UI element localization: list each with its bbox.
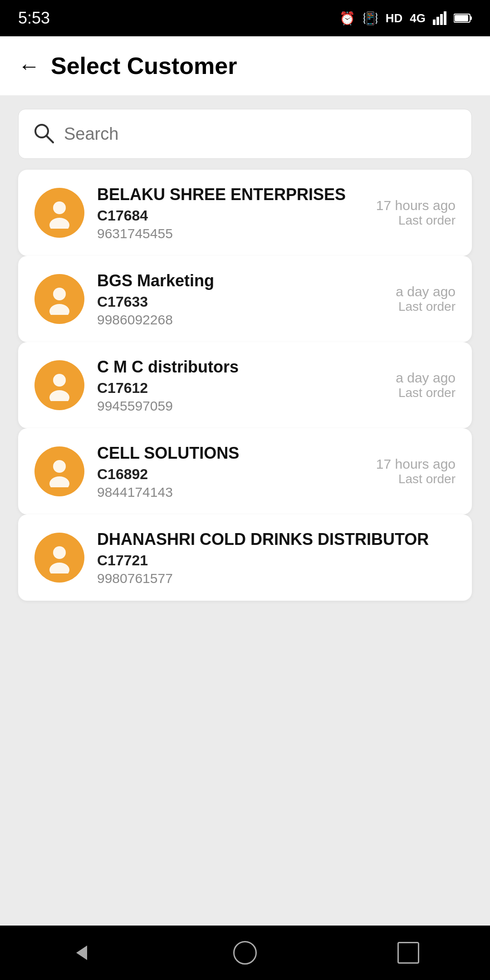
customer-card[interactable]: BGS Marketing C17633 9986092268 a day ag… [18,256,472,342]
svg-point-17 [53,546,66,559]
vibrate-icon: 📳 [363,11,378,26]
customer-phone: 9844174143 [97,485,363,500]
customer-card[interactable]: DHANASHRI COLD DRINKS DISTRIBUTOR C17721… [18,514,472,601]
svg-rect-3 [444,11,446,25]
last-order-time: a day ago [396,370,456,386]
customer-id: C17612 [97,380,383,397]
customer-phone: 9631745455 [97,226,363,241]
svg-rect-6 [455,15,468,21]
customer-phone: 9945597059 [97,398,383,414]
avatar [34,360,84,410]
customer-phone: 9980761577 [97,571,456,586]
status-bar: 5:53 ⏰ 📳 HD 4G [0,0,490,36]
nav-recents-button[interactable] [386,937,431,969]
customer-id: C16892 [97,466,363,483]
svg-point-16 [49,476,69,487]
customer-info: DHANASHRI COLD DRINKS DISTRIBUTOR C17721… [97,529,456,586]
last-order-info: 17 hours ago Last order [376,456,456,486]
customer-name: DHANASHRI COLD DRINKS DISTRIBUTOR [97,529,456,549]
nav-recents-icon [397,942,419,964]
customer-id: C17721 [97,552,456,569]
customer-name: BELAKU SHREE ENTERPRISES [97,184,363,205]
content-area: BELAKU SHREE ENTERPRISES C17684 96317454… [0,95,490,926]
customer-id: C17633 [97,294,383,310]
customer-name: CELL SOLUTIONS [97,443,363,463]
svg-point-9 [53,201,66,214]
svg-point-12 [49,304,69,315]
search-input[interactable] [64,124,458,144]
bottom-nav [0,926,490,980]
svg-rect-5 [470,16,472,20]
svg-line-8 [46,136,53,142]
customer-info: BELAKU SHREE ENTERPRISES C17684 96317454… [97,184,363,241]
search-container[interactable] [18,109,472,159]
svg-rect-0 [433,20,436,25]
last-order-label: Last order [398,472,456,486]
nav-home-icon [233,941,257,965]
svg-point-11 [53,288,66,300]
customer-name: BGS Marketing [97,270,383,291]
status-time: 5:53 [18,9,50,28]
svg-rect-2 [440,14,443,25]
last-order-info: a day ago Last order [396,370,456,400]
back-button[interactable]: ← [18,54,40,78]
svg-rect-1 [436,17,439,25]
back-arrow-icon: ← [18,54,40,78]
last-order-label: Last order [398,213,456,228]
last-order-label: Last order [398,299,456,314]
person-icon [44,283,75,315]
status-icons: ⏰ 📳 HD 4G [339,11,472,26]
nav-home-button[interactable] [222,937,268,969]
svg-point-15 [53,460,66,473]
avatar [34,274,84,324]
customer-id: C17684 [97,207,363,224]
person-icon [44,542,75,573]
svg-marker-19 [76,946,87,960]
customer-info: CELL SOLUTIONS C16892 9844174143 [97,443,363,500]
last-order-time: a day ago [396,284,456,299]
avatar [34,533,84,583]
last-order-label: Last order [398,386,456,400]
last-order-time: 17 hours ago [376,198,456,213]
nav-back-icon [72,943,92,963]
alarm-icon: ⏰ [339,11,355,26]
person-icon [44,197,75,229]
network-label: 4G [410,11,426,25]
last-order-time: 17 hours ago [376,456,456,472]
header: ← Select Customer [0,36,490,95]
nav-back-button[interactable] [59,937,104,969]
avatar [34,188,84,238]
customer-info: C M C distributors C17612 9945597059 [97,357,383,414]
person-icon [44,456,75,487]
svg-point-10 [49,218,69,229]
page-title: Select Customer [51,52,237,79]
person-icon [44,369,75,401]
last-order-info: 17 hours ago Last order [376,198,456,228]
hd-label: HD [386,11,403,25]
search-icon [32,122,55,144]
customer-card[interactable]: CELL SOLUTIONS C16892 9844174143 17 hour… [18,428,472,514]
customer-card[interactable]: BELAKU SHREE ENTERPRISES C17684 96317454… [18,170,472,256]
customer-card[interactable]: C M C distributors C17612 9945597059 a d… [18,342,472,428]
customer-name: C M C distributors [97,357,383,377]
svg-point-13 [53,374,66,387]
customer-info: BGS Marketing C17633 9986092268 [97,270,383,328]
avatar [34,446,84,496]
svg-point-18 [49,563,69,573]
signal-icon [433,11,446,25]
search-icon-wrap [32,122,55,146]
last-order-info: a day ago Last order [396,284,456,314]
customer-phone: 9986092268 [97,312,383,328]
battery-icon [454,13,472,23]
svg-point-14 [49,390,69,401]
customer-list: BELAKU SHREE ENTERPRISES C17684 96317454… [18,170,472,601]
